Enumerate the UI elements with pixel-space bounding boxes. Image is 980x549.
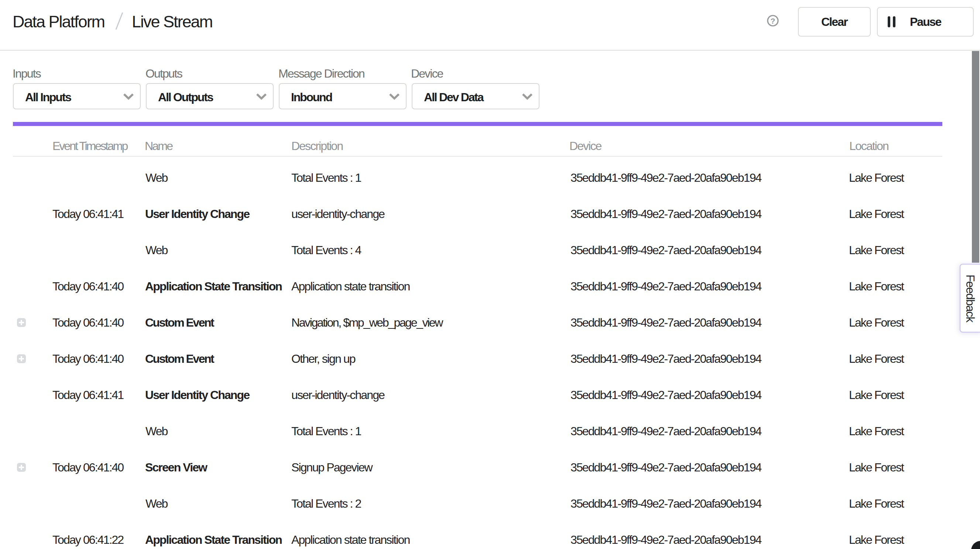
svg-text:?: ? (771, 17, 775, 25)
